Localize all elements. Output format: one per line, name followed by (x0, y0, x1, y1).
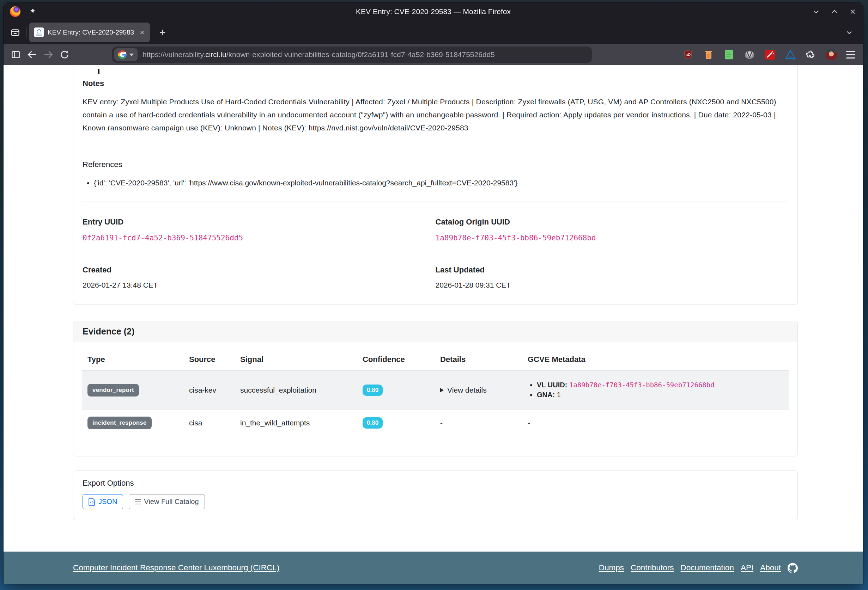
url-bar[interactable]: https://vulnerability.circl.lu/known-exp… (112, 47, 592, 63)
footer-link-about[interactable]: About (760, 563, 781, 572)
axe-extension-icon[interactable]: ax (785, 49, 796, 60)
site-favicon (34, 28, 44, 37)
json-export-button[interactable]: JSON (83, 494, 123, 509)
evidence-header: Evidence (2) (73, 321, 797, 342)
created-label: Created (83, 265, 435, 275)
file-code-icon (89, 498, 95, 506)
reload-icon (59, 49, 70, 60)
references-list: {'id': 'CVE-2020-29583', 'url': 'https:/… (83, 177, 788, 189)
notes-heading: Notes (83, 79, 788, 88)
last-updated-label: Last Updated (435, 265, 789, 275)
export-options-card: Export Options JSON View Full Catalog (73, 471, 798, 520)
active-tab[interactable]: KEV Entry: CVE-2020-29583 × (29, 22, 150, 42)
notes-text: KEV entry: Zyxel Multiple Products Use o… (83, 95, 788, 134)
page-footer: Computer Incident Response Center Luxemb… (3, 552, 863, 584)
references-heading: References (83, 160, 788, 169)
menu-button[interactable] (846, 51, 855, 59)
sidebar-icon (10, 49, 21, 60)
forward-button[interactable] (40, 47, 56, 63)
reference-item: {'id': 'CVE-2020-29583', 'url': 'https:/… (94, 177, 788, 189)
entry-uuid-label: Entry UUID (83, 218, 435, 227)
clipped-text-remnant (98, 69, 99, 74)
divider (83, 147, 788, 147)
source-cell: cisa-kev (183, 371, 235, 409)
triangle-right-icon (440, 388, 444, 392)
svg-text:ax: ax (789, 54, 792, 58)
extensions-puzzle-icon[interactable] (805, 49, 816, 60)
window-title: KEV Entry: CVE-2020-29583 — Mozilla Fire… (3, 7, 863, 16)
minimize-button[interactable] (812, 8, 820, 16)
signal-cell: successful_exploitation (235, 371, 357, 409)
list-all-tabs-button[interactable] (841, 24, 858, 41)
close-button[interactable] (849, 8, 857, 16)
export-options-title: Export Options (83, 479, 788, 488)
evidence-table: Type Source Signal Confidence Details GC… (82, 349, 789, 436)
tab-close-icon[interactable]: × (139, 28, 145, 37)
forward-arrow-icon (43, 49, 54, 60)
window-titlebar[interactable]: KEV Entry: CVE-2020-29583 — Mozilla Fire… (3, 3, 863, 21)
details-empty-cell: - (434, 409, 522, 437)
notes-extension-icon[interactable] (723, 49, 735, 60)
reload-button[interactable] (56, 47, 73, 63)
github-icon[interactable] (788, 563, 798, 573)
gna-item: GNA: 1 (537, 391, 783, 399)
chevron-down-icon (130, 54, 134, 56)
tab-separator (26, 27, 27, 38)
circl-org-link[interactable]: Computer Incident Response Center Luxemb… (73, 563, 279, 572)
wand-extension-icon[interactable] (764, 49, 776, 60)
catalog-origin-uuid-value: 1a89b78e-f703-45f3-bb86-59eb712668bd (435, 234, 789, 242)
footer-link-dumps[interactable]: Dumps (599, 563, 624, 572)
last-updated-value: 2026-01-28 09:31 CET (435, 281, 789, 289)
tab-title: KEV Entry: CVE-2020-29583 (47, 28, 136, 36)
table-row: vendor_report cisa-kev successful_exploi… (82, 371, 789, 409)
footer-link-api[interactable]: API (741, 563, 753, 572)
ublock-origin-icon[interactable]: uO (682, 49, 694, 60)
trash-extension-icon[interactable] (703, 49, 714, 60)
column-header-source: Source (183, 349, 235, 371)
type-badge: incident_response (87, 416, 152, 429)
maximize-button[interactable] (831, 8, 838, 16)
created-value: 2026-01-27 13:48 CET (83, 281, 435, 289)
google-icon (118, 50, 127, 59)
back-button[interactable] (24, 47, 40, 63)
gcve-empty-cell: - (522, 409, 789, 437)
source-cell: cisa (183, 409, 235, 437)
new-tab-button[interactable]: + (155, 25, 170, 40)
view-details-toggle[interactable]: View details (440, 386, 517, 394)
confidence-badge: 0.80 (363, 417, 383, 428)
firefox-view-icon (10, 27, 21, 38)
confidence-badge: 0.80 (363, 384, 383, 396)
browser-window: KEV Entry: CVE-2020-29583 — Mozilla Fire… (3, 3, 863, 584)
footer-link-contributors[interactable]: Contributors (630, 563, 674, 572)
column-header-gcve-metadata: GCVE Metadata (522, 349, 789, 371)
column-header-details: Details (434, 349, 522, 371)
entry-uuid-value: 0f2a6191-fcd7-4a52-b369-518475526dd5 (83, 234, 435, 242)
table-row: incident_response cisa in_the_wild_attem… (82, 409, 789, 437)
vulnerability-details-card: Notes KEV entry: Zyxel Multiple Products… (73, 65, 798, 305)
type-badge: vendor_report (87, 384, 139, 396)
sidebar-toggle-button[interactable] (8, 47, 24, 63)
page-content: Notes KEV entry: Zyxel Multiple Products… (3, 65, 863, 552)
navigation-toolbar: https://vulnerability.circl.lu/known-exp… (3, 44, 863, 65)
metadata-grid: Entry UUID 0f2a6191-fcd7-4a52-b369-51847… (83, 218, 788, 289)
signal-cell: in_the_wild_attempts (235, 409, 357, 437)
list-icon (135, 499, 141, 505)
column-header-type: Type (82, 349, 183, 371)
svg-text:uO: uO (686, 53, 691, 57)
profile-avatar[interactable] (826, 49, 837, 60)
footer-nav: Dumps Contributors Documentation API Abo… (599, 563, 798, 573)
view-full-catalog-button[interactable]: View Full Catalog (129, 494, 205, 509)
evidence-card: Evidence (2) Type Source Signal Confiden… (73, 321, 798, 456)
privacy-badger-icon[interactable] (744, 49, 755, 60)
vl-uuid-item: VL UUID: 1a89b78e-f703-45f3-bb86-59eb712… (537, 381, 783, 389)
divider (83, 202, 788, 202)
firefox-view-button[interactable] (7, 24, 23, 41)
url-text[interactable]: https://vulnerability.circl.lu/known-exp… (143, 50, 495, 59)
gcve-metadata-list: VL UUID: 1a89b78e-f703-45f3-bb86-59eb712… (528, 381, 783, 399)
back-arrow-icon (27, 49, 38, 60)
search-engine-chip[interactable] (114, 48, 137, 61)
tab-bar: KEV Entry: CVE-2020-29583 × + (3, 21, 863, 44)
footer-link-documentation[interactable]: Documentation (681, 563, 734, 572)
evidence-title: Evidence (2) (83, 327, 134, 336)
toolbar-extensions: uO (682, 49, 859, 60)
